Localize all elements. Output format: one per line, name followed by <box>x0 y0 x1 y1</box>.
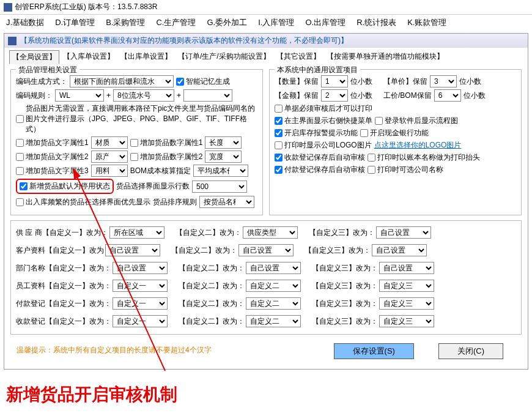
custom-select-3[interactable]: 自定义三 <box>379 280 434 292</box>
select-num-attr2[interactable]: 宽度 <box>205 151 242 163</box>
cb-receipt-auto-audit[interactable]: 收款登记保存后自动审核 <box>275 152 365 163</box>
menu-item[interactable]: G.委外加工 <box>207 17 247 28</box>
cb-new-goods-disabled[interactable]: 新增货品默认为停用状态 <box>20 181 110 192</box>
cb-audit-before-print[interactable]: 单据必须审核后才可以打印 <box>275 103 372 114</box>
label-sort-rule: 货品排序规则 <box>153 197 197 207</box>
select-price-decimals[interactable]: 3 <box>430 75 457 87</box>
cb-payment-auto-audit[interactable]: 付款登记保存后自动审核 <box>275 165 365 175</box>
custom-select-3[interactable]: 自定义三 <box>379 297 434 310</box>
close-button[interactable]: 关闭(C) <box>438 343 503 359</box>
cb-frequent-first[interactable]: 出入库频繁的货品在选择界面优先显示 <box>16 197 150 207</box>
cb-print-logo[interactable]: 打印时显示公司LOGO图片 <box>275 140 372 151</box>
custom-row: 客户资料【自定义一】改为自己设置【自定义二】改为：自己设置【自定义三】改为：自己… <box>16 244 516 256</box>
tab-item[interactable]: 【按需要单独开通的增值功能模块】 <box>324 50 446 64</box>
label-code-rule: 编码规则： <box>16 91 53 101</box>
cb-cash-bank[interactable]: 开启现金银行功能 <box>360 128 429 138</box>
highlighted-checkbox: 新增货品默认为停用状态 <box>16 179 114 194</box>
main-menubar: J.基础数据D.订单管理B.采购管理C.生产管理G.委外加工I.入库管理O.出库… <box>0 15 532 32</box>
menu-item[interactable]: R.统计报表 <box>357 17 396 28</box>
custom-select-2[interactable]: 自定义二 <box>246 297 301 310</box>
group-goods-settings: 货品管理相关设置 编码生成方式： 根据下面的前后缀和流水号生成编码 智能记忆生成… <box>10 69 263 215</box>
custom-select-1[interactable]: 自己设置 <box>113 262 168 274</box>
select-suffix[interactable] <box>183 89 232 102</box>
settings-subwindow: 【系统功能设置(如果软件界面没有对应的功能项则表示该版本的软件没有这个功能，不必… <box>4 33 528 370</box>
cb-pic-auto[interactable]: 货品图片无需设置，直接调用账本路径下pic文件夹里与货品编码同名的图片文件进行显… <box>16 103 257 135</box>
custom-select-2[interactable]: 自己设置 <box>246 262 301 274</box>
cb-text-attr1[interactable]: 增加货品文字属性1 <box>16 138 89 148</box>
cb-print-account-name[interactable]: 打印时以账本名称做为打印抬头 <box>368 152 480 163</box>
select-prefix[interactable]: WL <box>55 89 104 102</box>
menu-item[interactable]: I.入库管理 <box>258 17 294 28</box>
custom-select-2[interactable]: 供应类型 <box>243 226 298 239</box>
subwindow-titlebar: 【系统功能设置(如果软件界面没有对应的功能项则表示该版本的软件没有这个功能，不必… <box>4 34 528 48</box>
custom-row: 付款登记【自定义一】改为：自定义一【自定义二】改为：自定义二【自定义三】改为：自… <box>16 297 516 310</box>
custom-select-1[interactable]: 自己设置 <box>105 244 160 256</box>
tab-content: 货品管理相关设置 编码生成方式： 根据下面的前后缀和流水号生成编码 智能记忆生成… <box>4 65 528 369</box>
label-bom-cost: BOM成本核算指定 <box>130 166 191 176</box>
app-icon <box>4 3 12 12</box>
custom-select-3[interactable]: 自己设置 <box>372 244 427 256</box>
cb-print-company-select[interactable]: 打印时可选公司名称 <box>368 165 443 175</box>
cb-show-flowchart[interactable]: 登录软件后显示流程图 <box>375 116 458 126</box>
tab-item[interactable]: 【全局设置】 <box>9 50 59 64</box>
custom-select-3[interactable]: 自己设置 <box>379 262 434 274</box>
tab-item[interactable]: 【订单/生产/采购功能设置】 <box>175 50 273 64</box>
cb-show-shortcut[interactable]: 在主界面显示右侧快捷菜单 <box>275 116 372 126</box>
select-display-rows[interactable]: 500 <box>192 180 247 193</box>
label-code-gen: 编码生成方式： <box>16 76 67 87</box>
custom-row: 供 应 商【自定义一】改为：所在区域【自定义二】改为：供应类型【自定义三】改为：… <box>16 226 516 239</box>
custom-row: 员工资料【自定义一】改为：自定义一【自定义二】改为：自定义二【自定义三】改为：自… <box>16 280 516 292</box>
tab-item[interactable]: 【其它设置】 <box>274 50 323 64</box>
cb-num-attr2[interactable]: 增加货品数字属性2 <box>130 152 203 162</box>
cb-num-attr1[interactable]: 增加货品数字属性1 <box>130 138 203 148</box>
menu-item[interactable]: O.出库管理 <box>305 17 345 28</box>
menu-item[interactable]: D.订单管理 <box>55 17 95 28</box>
menu-item[interactable]: K.账款管理 <box>407 17 446 28</box>
link-choose-logo[interactable]: 点这里选择你的LOGO图片 <box>374 140 462 151</box>
warm-tip: 温馨提示：系统中所有自定义项目的长度请不要超过4个汉字 <box>10 344 316 359</box>
group-title-right: 本系统中的通用设置项目 <box>275 65 360 75</box>
cb-smart-memory[interactable]: 智能记忆生成 <box>176 76 230 87</box>
subwindow-title: 【系统功能设置(如果软件界面没有对应的功能项则表示该版本的软件没有这个功能，不必… <box>20 35 348 46</box>
custom-select-3[interactable]: 自定义三 <box>379 315 434 327</box>
custom-select-3[interactable]: 自己设置 <box>376 226 431 239</box>
custom-row: 部门名称【自定义一】改为：自己设置【自定义二】改为：自己设置【自定义三】改为：自… <box>16 262 516 274</box>
group-custom-fields: 供 应 商【自定义一】改为：所在区域【自定义二】改为：供应类型【自定义三】改为：… <box>10 220 522 335</box>
select-num-attr1[interactable]: 长度 <box>205 136 242 149</box>
group-common-settings: 本系统中的通用设置项目 【数量】保留 1 位小数 【单价】保留 3 位小数 【金… <box>269 69 522 215</box>
label-display-rows: 货品选择界面显示行数 <box>116 181 190 192</box>
tab-item[interactable]: 【出库单设置】 <box>118 50 174 64</box>
menu-item[interactable]: C.生产管理 <box>156 17 196 28</box>
cb-text-attr2[interactable]: 增加货品文字属性2 <box>16 152 89 162</box>
select-text-attr2[interactable]: 原产地 <box>91 151 128 163</box>
cb-stock-alert[interactable]: 开启库存报警提示功能 <box>275 128 358 138</box>
select-bom-cost[interactable]: 平均成本价 <box>193 165 248 177</box>
select-text-attr1[interactable]: 材质 <box>91 136 128 149</box>
select-text-attr3[interactable]: 用料 <box>91 165 128 177</box>
settings-tabbar: 【全局设置】【入库单设置】【出库单设置】【订单/生产/采购功能设置】【其它设置】… <box>4 48 528 65</box>
custom-select-1[interactable]: 自定义一 <box>113 280 168 292</box>
custom-select-1[interactable]: 自定义一 <box>113 297 168 310</box>
select-serial[interactable]: 8位流水号 <box>113 89 174 102</box>
tab-item[interactable]: 【入库单设置】 <box>61 50 117 64</box>
select-bom-decimals[interactable]: 6 <box>434 89 461 102</box>
app-titlebar: 创管ERP系统(工业版) 版本号：13.5.7.883R <box>0 0 532 15</box>
group-title-left: 货品管理相关设置 <box>16 65 79 75</box>
menu-item[interactable]: J.基础数据 <box>6 17 44 28</box>
annotation-text: 新增货品开启审核机制 <box>0 371 532 413</box>
select-sort-rule[interactable]: 按货品名称 <box>199 196 254 208</box>
custom-row: 收款登记【自定义一】改为：自定义一【自定义二】改为：自定义二【自定义三】改为：自… <box>16 315 516 327</box>
subwindow-icon <box>8 37 17 45</box>
select-code-gen[interactable]: 根据下面的前后缀和流水号生成编码 <box>70 75 174 87</box>
custom-select-1[interactable]: 自定义一 <box>113 315 168 327</box>
save-button[interactable]: 保存设置(S) <box>334 343 414 359</box>
select-amount-decimals[interactable]: 2 <box>321 89 348 102</box>
app-title: 创管ERP系统(工业版) 版本号：13.5.7.883R <box>15 2 157 12</box>
custom-select-2[interactable]: 自定义二 <box>246 315 301 327</box>
custom-select-1[interactable]: 所在区域 <box>109 226 164 239</box>
custom-select-2[interactable]: 自己设置 <box>238 244 294 256</box>
cb-text-attr3[interactable]: 增加货品文字属性3 <box>16 166 89 176</box>
select-qty-decimals[interactable]: 1 <box>321 75 348 87</box>
custom-select-2[interactable]: 自定义二 <box>246 280 301 292</box>
menu-item[interactable]: B.采购管理 <box>106 17 145 28</box>
